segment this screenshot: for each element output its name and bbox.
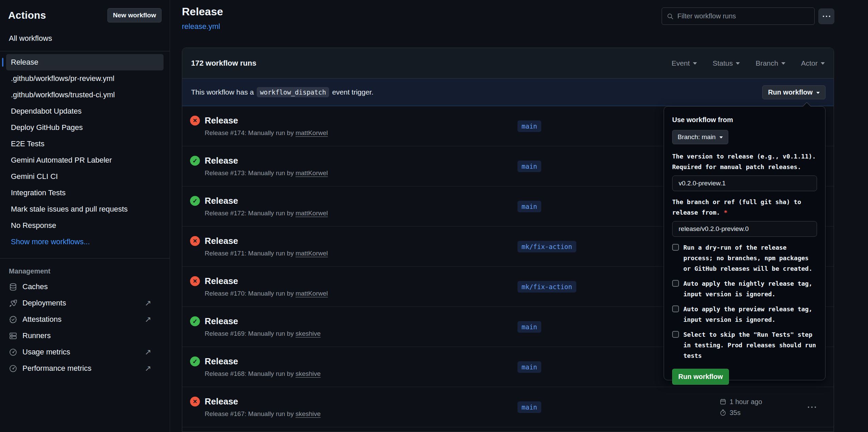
run-title-link[interactable]: Release xyxy=(205,115,238,126)
branch-badge[interactable]: main xyxy=(517,401,541,413)
management-item[interactable]: Runners xyxy=(8,328,161,344)
sidebar-workflow-item[interactable]: Deploy GitHub Pages xyxy=(6,119,164,136)
filter-dropdown[interactable]: Event xyxy=(671,59,697,67)
management-list: Caches Deployments ↗ Attestations ↗ Runn… xyxy=(8,279,161,377)
management-item-label: Deployments xyxy=(22,299,66,308)
sidebar-workflow-item[interactable]: .github/workflows/trusted-ci.yml xyxy=(6,87,164,103)
checkbox[interactable] xyxy=(672,280,679,287)
workflow-title: Release xyxy=(182,5,223,18)
page-kebab-menu-button[interactable] xyxy=(818,9,834,24)
meter-icon xyxy=(9,348,17,356)
checkbox[interactable] xyxy=(672,244,679,251)
ref-input-label: The branch or ref (full git sha) to rele… xyxy=(672,197,817,218)
version-input-label: The version to release (e.g., v0.1.11). … xyxy=(672,151,817,172)
sidebar-workflow-item[interactable]: Integration Tests xyxy=(6,185,164,201)
branch-badge[interactable]: main xyxy=(517,321,541,333)
branch-badge[interactable]: main xyxy=(517,361,541,373)
run-title-link[interactable]: Release xyxy=(205,356,238,367)
search-icon xyxy=(667,13,674,20)
filter-dropdown[interactable]: Actor xyxy=(801,59,825,67)
run-title-link[interactable]: Release xyxy=(205,196,238,206)
popup-checkbox-list: Run a dry-run of the release process; no… xyxy=(672,242,817,361)
run-title-link[interactable]: Release xyxy=(205,236,238,246)
sidebar-workflow-item[interactable]: E2E Tests xyxy=(6,136,164,152)
run-title-link[interactable]: Release xyxy=(205,316,238,327)
management-item[interactable]: Caches xyxy=(8,279,161,295)
actions-sidebar: Actions New workflow All workflows Relea… xyxy=(0,0,170,432)
sidebar-workflow-label: Deploy GitHub Pages xyxy=(11,123,83,132)
check-circle-icon xyxy=(190,196,200,206)
run-title-link[interactable]: Release xyxy=(205,396,238,407)
new-workflow-button[interactable]: New workflow xyxy=(107,8,161,22)
actor-link[interactable]: skeshive xyxy=(295,370,321,377)
sidebar-workflow-item[interactable]: Gemini Automated PR Labeler xyxy=(6,152,164,168)
filter-dropdown[interactable]: Status xyxy=(713,59,740,67)
sidebar-workflow-item[interactable]: .github/workflows/pr-review.yml xyxy=(6,70,164,87)
management-item[interactable]: Deployments ↗ xyxy=(8,295,161,311)
sidebar-workflow-item[interactable]: Dependabot Updates xyxy=(6,103,164,119)
rocket-icon xyxy=(9,299,17,308)
sidebar-divider xyxy=(0,51,170,51)
checkbox-label: Auto apply the preview release tag, inpu… xyxy=(683,304,817,325)
actor-link[interactable]: mattKorwel xyxy=(295,250,328,257)
sidebar-workflow-item[interactable]: Mark stale issues and pull requests xyxy=(6,201,164,217)
runs-filters: Event Status Branch Actor xyxy=(671,59,825,67)
management-item[interactable]: Performance metrics ↗ xyxy=(8,360,161,377)
sidebar-workflow-label: Show more workflows... xyxy=(11,237,90,246)
actor-link[interactable]: mattKorwel xyxy=(295,129,328,136)
filter-dropdown[interactable]: Branch xyxy=(755,59,785,67)
branch-selector-button[interactable]: Branch: main xyxy=(672,130,728,144)
workflow-dispatch-banner: This workflow has a workflow_dispatch ev… xyxy=(182,79,834,106)
run-title-link[interactable]: Release xyxy=(205,155,238,166)
sidebar-workflow-item[interactable]: No Response xyxy=(6,217,164,234)
chevron-down-icon xyxy=(719,136,723,138)
management-item-label: Performance metrics xyxy=(22,364,91,373)
branch-badge[interactable]: main xyxy=(517,161,541,172)
chevron-down-icon xyxy=(736,62,740,65)
filter-dropdown-label: Event xyxy=(671,59,690,67)
popup-checkbox-row[interactable]: Auto apply the nightly release tag, inpu… xyxy=(672,278,817,299)
actor-link[interactable]: mattKorwel xyxy=(295,210,328,217)
branch-badge[interactable]: main xyxy=(517,120,541,132)
sidebar-divider xyxy=(0,258,170,259)
run-workflow-submit-button[interactable]: Run workflow xyxy=(672,369,729,385)
checkbox[interactable] xyxy=(672,331,679,338)
filter-dropdown-label: Branch xyxy=(755,59,778,67)
branch-badge[interactable]: mk/fix-action xyxy=(517,281,576,293)
run-meta: 1 hour ago 35s xyxy=(719,398,762,416)
ref-input[interactable] xyxy=(672,221,817,237)
search-input[interactable] xyxy=(677,12,810,20)
server-icon xyxy=(9,332,17,340)
filter-dropdown-label: Status xyxy=(713,59,733,67)
actor-link[interactable]: skeshive xyxy=(295,410,321,417)
management-item[interactable]: Usage metrics ↗ xyxy=(8,344,161,360)
meter-icon xyxy=(9,364,17,373)
popup-checkbox-row[interactable]: Select to skip the "Run Tests" step in t… xyxy=(672,329,817,361)
run-kebab-menu-button[interactable] xyxy=(808,406,816,408)
popup-checkbox-row[interactable]: Run a dry-run of the release process; no… xyxy=(672,242,817,274)
workflow-file-link[interactable]: release.yml xyxy=(182,22,220,31)
actor-link[interactable]: mattKorwel xyxy=(295,290,328,297)
sidebar-item-all-workflows[interactable]: All workflows xyxy=(8,34,161,43)
workflow-run-row[interactable]: Release Release #167: Manually run by sk… xyxy=(182,387,834,427)
checkbox[interactable] xyxy=(672,305,679,312)
run-title-link[interactable]: Release xyxy=(205,276,238,286)
banner-text-prefix: This workflow has a xyxy=(191,88,254,96)
calendar-icon xyxy=(719,398,727,405)
branch-badge[interactable]: main xyxy=(517,201,541,212)
run-workflow-dropdown-button[interactable]: Run workflow xyxy=(762,85,826,99)
chevron-down-icon xyxy=(816,92,820,94)
management-item[interactable]: Attestations ↗ xyxy=(8,311,161,328)
version-input[interactable] xyxy=(672,176,817,191)
external-link-icon: ↗ xyxy=(145,348,151,357)
filter-runs-search[interactable] xyxy=(662,7,815,25)
branch-badge[interactable]: mk/fix-action xyxy=(517,241,576,252)
popup-checkbox-row[interactable]: Auto apply the preview release tag, inpu… xyxy=(672,304,817,325)
actor-link[interactable]: skeshive xyxy=(295,330,321,337)
sidebar-workflow-item[interactable]: Release xyxy=(6,54,164,70)
sidebar-workflow-item[interactable]: Show more workflows... xyxy=(6,234,164,250)
actor-link[interactable]: mattKorwel xyxy=(295,169,328,177)
sidebar-workflow-label: Dependabot Updates xyxy=(11,107,82,116)
popup-heading: Use workflow from xyxy=(672,116,817,124)
sidebar-workflow-item[interactable]: Gemini CLI CI xyxy=(6,168,164,185)
